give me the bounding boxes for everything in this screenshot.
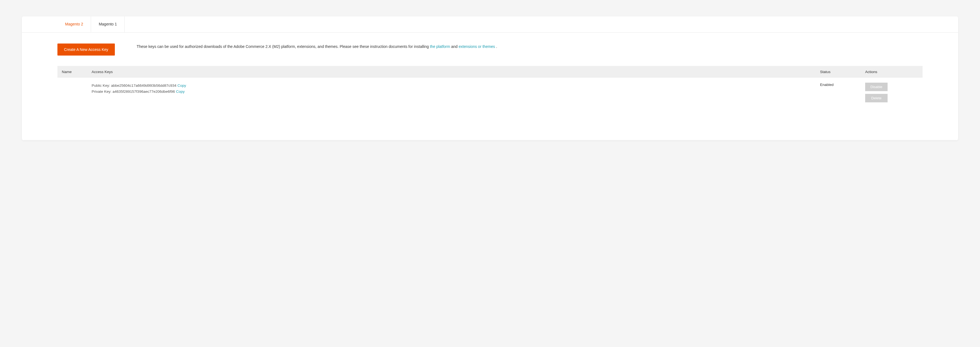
description-text: These keys can be used for authorized do… (137, 43, 497, 50)
tab-magento-2[interactable]: Magento 2 (57, 16, 91, 32)
delete-button[interactable]: Delete (865, 94, 888, 102)
public-key-label: Public Key: (92, 83, 111, 88)
header-name: Name (60, 70, 92, 74)
top-row: Create A New Access Key These keys can b… (57, 43, 923, 56)
header-status: Status (820, 70, 865, 74)
cell-keys: Public Key: abbe25604c17a6649d993b56dd87… (92, 83, 820, 102)
private-key-label: Private Key: (92, 90, 113, 94)
public-key-line: Public Key: abbe25604c17a6649d993b56dd87… (92, 83, 820, 89)
access-keys-card: Magento 2 Magento 1 Create A New Access … (22, 16, 958, 140)
copy-private-key[interactable]: Copy (176, 90, 185, 94)
disable-button[interactable]: Disable (865, 83, 888, 91)
copy-public-key[interactable]: Copy (177, 83, 186, 88)
cell-status: Enabled (820, 83, 865, 102)
table-row: Public Key: abbe25604c17a6649d993b56dd87… (57, 78, 923, 107)
tab-magento-1[interactable]: Magento 1 (91, 16, 125, 32)
tabs-row: Magento 2 Magento 1 (22, 16, 958, 32)
header-keys: Access Keys (92, 70, 820, 74)
cell-name (60, 83, 92, 102)
public-key-value: abbe25604c17a6649d993b56dd87c934 (111, 83, 177, 88)
body-area: Create A New Access Key These keys can b… (22, 32, 958, 140)
access-keys-table: Name Access Keys Status Actions Public K… (57, 66, 923, 107)
extensions-link[interactable]: extensions or themes (458, 44, 495, 49)
create-access-key-button[interactable]: Create A New Access Key (57, 43, 115, 56)
table-header: Name Access Keys Status Actions (57, 66, 923, 78)
private-key-line: Private Key: a4635f289157f396aec77e206db… (92, 89, 820, 95)
platform-link[interactable]: the platform (430, 44, 450, 49)
description-after: . (495, 44, 497, 49)
header-actions: Actions (865, 70, 920, 74)
cell-actions: Disable Delete (865, 83, 920, 102)
description-mid: and (450, 44, 458, 49)
description-before: These keys can be used for authorized do… (137, 44, 430, 49)
private-key-value: a4635f289157f396aec77e206dbe6f96 (113, 90, 175, 94)
